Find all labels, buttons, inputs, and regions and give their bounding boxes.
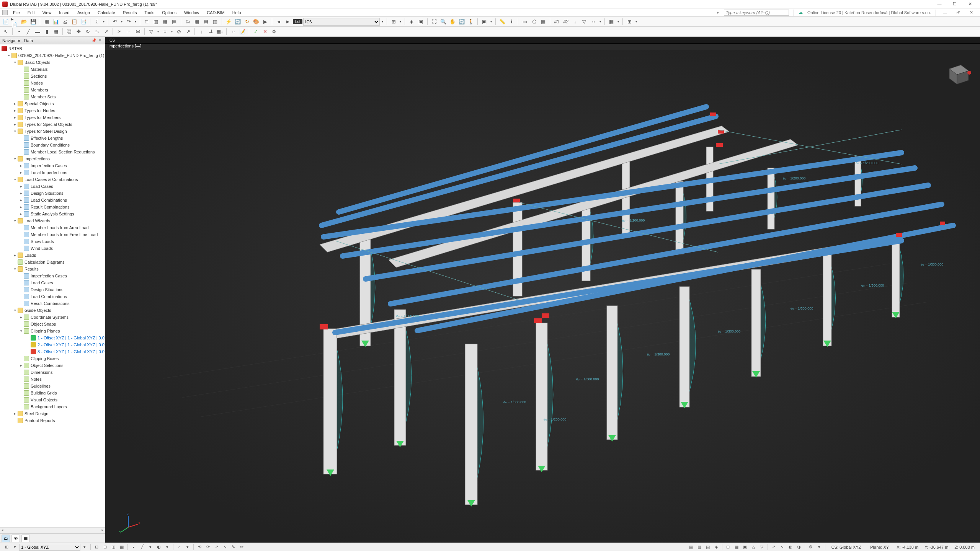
next-case-button[interactable]: ► xyxy=(284,18,292,26)
nav-views-button[interactable]: ▤ xyxy=(202,18,210,26)
tree-local-section[interactable]: Member Local Section Reductions xyxy=(31,150,95,154)
support-button[interactable]: ▽ xyxy=(147,28,155,36)
hinge-dd[interactable]: ▾ xyxy=(170,30,174,33)
close-doc-button[interactable]: ✕ xyxy=(967,10,975,15)
node-button[interactable]: • xyxy=(15,28,23,36)
color-scale-button[interactable]: 🎨 xyxy=(252,18,260,26)
expander[interactable]: ▸ xyxy=(18,205,24,209)
tree-building-grids[interactable]: Building Grids xyxy=(31,391,57,395)
release-button[interactable]: ⊘ xyxy=(175,28,183,36)
tree-eff-lengths[interactable]: Effective Lengths xyxy=(31,136,63,140)
nav-data-button[interactable]: 🗂 xyxy=(183,18,192,26)
tree-notes[interactable]: Notes xyxy=(31,377,42,381)
navigation-cube[interactable] xyxy=(942,57,972,88)
menu-options[interactable]: Options xyxy=(158,10,180,16)
tree-load-combo[interactable]: Load Combinations xyxy=(31,198,67,202)
expander[interactable]: ▸ xyxy=(18,198,24,202)
expander[interactable]: ▾ xyxy=(12,157,18,161)
tree-line-load[interactable]: Member Loads from Free Line Load xyxy=(31,232,98,237)
results-toggle-button[interactable]: ⚡ xyxy=(224,18,233,26)
calc-dropdown[interactable]: ▾ xyxy=(102,20,106,23)
tree-printout-reports[interactable]: Printout Reports xyxy=(24,418,55,423)
nav-tab-data[interactable]: 🗂 xyxy=(2,535,10,542)
sb-2[interactable]: ⊞ xyxy=(101,544,109,551)
tree-r-combo[interactable]: Load Combinations xyxy=(31,294,67,299)
expander[interactable]: ▾ xyxy=(12,129,18,133)
tree-guidelines[interactable]: Guidelines xyxy=(31,384,51,388)
select-poly-button[interactable]: ⬠ xyxy=(530,18,538,26)
tree-clipping-boxes[interactable]: Clipping Boxes xyxy=(31,356,59,361)
axis-gizmo[interactable]: X Y Z xyxy=(117,512,140,535)
grid-dd[interactable]: ▾ xyxy=(634,20,638,23)
sb-r10[interactable]: ↗ xyxy=(770,544,777,551)
viewport-canvas[interactable]: e₀ = 1/300.000 e₀ = 1/300.000 e₀ = 1/300… xyxy=(105,50,980,543)
expander[interactable]: ▾ xyxy=(12,60,18,64)
tree-imperfections[interactable]: Imperfections xyxy=(24,156,50,161)
tree-boundary[interactable]: Boundary Conditions xyxy=(31,143,70,147)
delete-button[interactable]: ✕ xyxy=(261,28,269,36)
cs-select[interactable]: 1 - Global XYZ xyxy=(19,544,80,551)
sb-r5[interactable]: ⊞ xyxy=(724,544,732,551)
sb-12[interactable]: ⟲ xyxy=(196,544,203,551)
tree-root[interactable]: RSTAB xyxy=(8,46,22,51)
menu-results[interactable]: Results xyxy=(119,10,141,16)
tree-plane-1[interactable]: 1 - Offset XYZ | 1 - Global XYZ | 0.0 xyxy=(38,336,105,340)
sb-16[interactable]: ✎ xyxy=(229,544,237,551)
sb-10[interactable]: ○ xyxy=(175,544,183,551)
show-dim-dd[interactable]: ▾ xyxy=(598,20,602,23)
expander[interactable]: ▸ xyxy=(12,122,18,126)
tree-types-special[interactable]: Types for Special Objects xyxy=(24,122,72,127)
sb-7[interactable]: ▾ xyxy=(147,544,154,551)
cloud-icon[interactable]: ☁ xyxy=(799,10,803,15)
sb-r7[interactable]: ▣ xyxy=(741,544,749,551)
support-dd[interactable]: ▾ xyxy=(156,30,160,33)
select-related-button[interactable]: ▦ xyxy=(539,18,547,26)
tree-calc-diagrams[interactable]: Calculation Diagrams xyxy=(24,260,65,264)
menu-cad-bim[interactable]: CAD-BIM xyxy=(203,10,228,16)
zoom-fit-button[interactable]: ⛶ xyxy=(430,18,438,26)
redo-button[interactable] xyxy=(124,18,133,26)
menu-window[interactable]: Window xyxy=(180,10,203,16)
connect-button[interactable]: ⋈ xyxy=(134,28,142,36)
tree-result-combo[interactable]: Result Combinations xyxy=(31,205,70,209)
tree-plane-2[interactable]: 2 - Offset XYZ | 1 - Global XYZ | 0.0 xyxy=(38,342,105,347)
sb-r15[interactable]: ▾ xyxy=(815,544,823,551)
prev-case-button[interactable]: ◄ xyxy=(274,18,283,26)
sb-r11[interactable]: ↘ xyxy=(778,544,786,551)
tree-wind-loads[interactable]: Wind Loads xyxy=(31,246,53,251)
cursor-button[interactable]: ↖ xyxy=(2,28,10,36)
expander[interactable]: ▾ xyxy=(12,219,18,223)
menu-calculate[interactable]: Calculate xyxy=(94,10,119,16)
tree-load-wizards[interactable]: Load Wizards xyxy=(24,218,50,223)
divide-button[interactable]: ✂ xyxy=(115,28,124,36)
mirror-button[interactable]: ⇋ xyxy=(93,28,101,36)
viewport-tab[interactable]: IC6 xyxy=(105,37,980,44)
refresh-button[interactable]: 🔄 xyxy=(234,18,242,26)
expander[interactable]: ▸ xyxy=(18,171,24,174)
expander[interactable]: ▸ xyxy=(12,412,18,416)
animate-button[interactable]: ▶ xyxy=(261,18,270,26)
tree-r-lc[interactable]: Load Cases xyxy=(31,280,53,285)
menu-assign[interactable]: Assign xyxy=(74,10,94,16)
sb-3[interactable]: ◫ xyxy=(109,544,117,551)
expander[interactable]: ▾ xyxy=(18,329,24,333)
gear-button[interactable]: ⚙ xyxy=(270,28,278,36)
show-dd[interactable]: ▾ xyxy=(399,20,402,23)
window-cascade-button[interactable]: ▦ xyxy=(161,18,169,26)
menu-edit[interactable]: Edit xyxy=(24,10,39,16)
copy-button[interactable]: ⿻ xyxy=(65,28,74,36)
tree-types-steel[interactable]: Types for Steel Design xyxy=(24,129,67,134)
tree-loads[interactable]: Loads xyxy=(24,253,36,258)
tree-guide-objects[interactable]: Guide Objects xyxy=(24,308,51,313)
sb-r14[interactable]: ⚙ xyxy=(807,544,815,551)
render-button[interactable]: ▦ xyxy=(607,18,616,26)
view-iso-button[interactable]: ◈ xyxy=(407,18,416,26)
member-button[interactable]: ╱ xyxy=(24,28,33,36)
tree-project[interactable]: 001083_20170920-Halle_FUND Pro_fertig (1… xyxy=(18,53,104,58)
move-button[interactable]: ✥ xyxy=(74,28,83,36)
tree-local-imp[interactable]: Local Imperfections xyxy=(31,170,67,175)
sb-11[interactable]: ▾ xyxy=(184,544,191,551)
navigator-hscroll[interactable] xyxy=(0,527,105,533)
window-single-button[interactable]: □ xyxy=(142,18,151,26)
loadcase-combo[interactable]: IC6 xyxy=(303,18,380,26)
